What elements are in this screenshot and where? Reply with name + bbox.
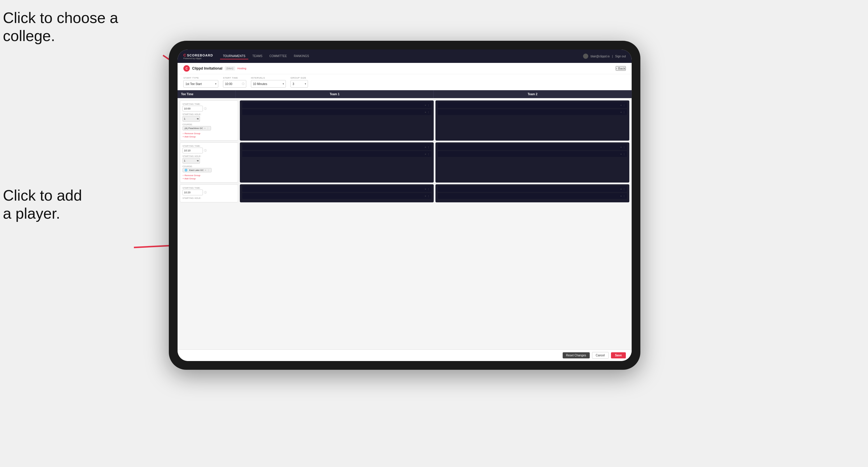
slot-x-btn[interactable]: × [425, 146, 426, 149]
starting-time-label-1: STARTING TIME: [183, 103, 236, 105]
nav-rankings[interactable]: RANKINGS [291, 53, 312, 59]
course-remove-1[interactable]: × [204, 127, 206, 130]
starting-time-input-1[interactable] [183, 106, 203, 112]
player-slot[interactable]: × ⋮ [438, 151, 627, 157]
player-slot[interactable]: × ⋮ [438, 102, 627, 108]
slot-menu-btn[interactable]: ⋮ [427, 146, 430, 149]
course-tag-2[interactable]: 🌐 East Lake GC × ⋮ [183, 168, 212, 173]
course-row-1: (A) Peachtree GC × ⋮ [183, 126, 236, 130]
slot-x-btn[interactable]: × [425, 195, 426, 197]
tournament-title: C Clippd Invitational (Men) Hosting [183, 65, 246, 72]
slot-controls: × ⋮ [620, 188, 625, 190]
group-left-2: STARTING TIME: ⓘ STARTING HOLE: 1 ▾ [180, 143, 238, 183]
player-slot[interactable]: × ⋮ [242, 102, 431, 108]
slot-menu-btn[interactable]: ⋮ [623, 104, 625, 106]
starting-hole-row-2: 1 ▾ [183, 158, 236, 164]
cancel-button[interactable]: Cancel [592, 352, 609, 359]
course-edit-1[interactable]: ⋮ [207, 127, 209, 130]
action-links-2: ○ Remove Group + Add Group [183, 174, 236, 180]
player-slot[interactable]: × ⋮ [242, 151, 431, 157]
player-slot[interactable]: × ⋮ [242, 193, 431, 199]
start-time-wrapper: ⓘ [223, 80, 246, 88]
slot-x-btn[interactable]: × [620, 153, 622, 155]
slot-x-btn[interactable]: × [425, 153, 426, 155]
player-slot[interactable]: × ⋮ [438, 193, 627, 199]
tablet-frame: C SCOREBOARD Powered by clippd TOURNAMEN… [169, 41, 640, 370]
player-slot[interactable]: × ⋮ [438, 144, 627, 150]
add-group-link-2[interactable]: + Add Group [183, 177, 236, 180]
team1-group-1: × ⋮ × ⋮ [240, 100, 434, 141]
slot-menu-btn[interactable]: ⋮ [427, 188, 430, 190]
intervals-group: Intervals 10 Minutes [251, 76, 286, 88]
slot-controls: × ⋮ [620, 153, 625, 155]
course-label-1: COURSE: [183, 123, 236, 125]
back-button[interactable]: ‹ Back [616, 66, 626, 71]
col-tee-time: Tee Time [178, 90, 236, 98]
add-group-link-1[interactable]: + Add Group [183, 135, 236, 138]
time-info-icon-1: ⓘ [204, 107, 207, 111]
nav-bar: C SCOREBOARD Powered by clippd TOURNAMEN… [178, 50, 632, 63]
player-slot[interactable]: × ⋮ [438, 109, 627, 115]
slot-menu-btn[interactable]: ⋮ [623, 188, 625, 190]
course-remove-2[interactable]: × [205, 169, 206, 172]
intervals-select[interactable]: 10 Minutes [251, 80, 286, 88]
slot-x-btn[interactable]: × [620, 188, 622, 190]
slot-x-btn[interactable]: × [425, 111, 426, 114]
rows-container[interactable]: STARTING TIME: ⓘ STARTING HOLE: 1 ▾ [178, 98, 632, 349]
group-size-group: Group Size 3 [290, 76, 308, 88]
nav-tournaments[interactable]: TOURNAMENTS [220, 53, 248, 59]
slot-x-btn[interactable]: × [425, 188, 426, 190]
start-type-select[interactable]: 1st Tee Start [183, 80, 218, 88]
slot-controls: × ⋮ [425, 146, 430, 149]
slot-menu-btn[interactable]: ⋮ [427, 104, 430, 106]
player-slot[interactable]: × ⋮ [242, 186, 431, 192]
time-info-icon-3: ⓘ [204, 191, 207, 194]
slot-menu-btn[interactable]: ⋮ [427, 195, 430, 197]
slot-menu-btn[interactable]: ⋮ [623, 195, 625, 197]
slot-controls: × ⋮ [620, 195, 625, 197]
start-type-label: Start Type [183, 76, 218, 79]
starting-time-label-2: STARTING TIME: [183, 145, 236, 147]
nav-divider: | [612, 55, 613, 58]
time-info-icon-2: ⓘ [204, 149, 207, 153]
slot-x-btn[interactable]: × [620, 104, 622, 106]
remove-group-link-2[interactable]: ○ Remove Group [183, 174, 236, 177]
slot-controls: × ⋮ [425, 188, 430, 190]
nav-logo: C SCOREBOARD Powered by clippd [183, 53, 213, 59]
starting-time-input-2[interactable] [183, 148, 203, 153]
course-edit-2[interactable]: ⋮ [207, 169, 210, 172]
slot-x-btn[interactable]: × [620, 146, 622, 149]
slot-x-btn[interactable]: × [620, 195, 622, 197]
save-button[interactable]: Save [611, 352, 626, 359]
player-slot[interactable]: × ⋮ [242, 109, 431, 115]
annotation-add-player: Click to add a player. [3, 186, 82, 223]
remove-group-link-1[interactable]: ○ Remove Group [183, 132, 236, 135]
reset-changes-button[interactable]: Reset Changes [563, 352, 590, 359]
nav-committee[interactable]: COMMITTEE [266, 53, 290, 59]
col-team2: Team 2 [434, 90, 632, 98]
hole-select-1[interactable]: 1 [183, 116, 200, 122]
player-slot[interactable]: × ⋮ [438, 186, 627, 192]
controls-bar: Start Type 1st Tee Start Start Time ⓘ In… [178, 74, 632, 90]
slot-menu-btn[interactable]: ⋮ [623, 111, 625, 114]
player-slot[interactable]: × ⋮ [242, 144, 431, 150]
slot-menu-btn[interactable]: ⋮ [427, 153, 430, 155]
group-size-select[interactable]: 3 [290, 80, 308, 88]
slot-menu-btn[interactable]: ⋮ [623, 146, 625, 149]
table-row: STARTING TIME: ⓘ STARTING HOLE: × ⋮ [180, 184, 629, 203]
starting-hole-row-1: 1 ▾ [183, 116, 236, 122]
nav-teams[interactable]: TEAMS [249, 53, 265, 59]
slot-x-btn[interactable]: × [620, 111, 622, 114]
course-tag-1[interactable]: (A) Peachtree GC × ⋮ [183, 126, 211, 130]
hole-select-wrapper-2: 1 ▾ [183, 158, 200, 164]
info-icon: ⓘ [242, 82, 245, 86]
starting-time-input-3[interactable] [183, 190, 203, 195]
slot-menu-btn[interactable]: ⋮ [427, 111, 430, 114]
footer-bar: Reset Changes Cancel Save [178, 349, 632, 361]
slot-menu-btn[interactable]: ⋮ [623, 153, 625, 155]
slot-x-btn[interactable]: × [425, 104, 426, 106]
nav-avatar [583, 54, 588, 59]
sign-out-link[interactable]: Sign out [615, 55, 626, 58]
group-left-1: STARTING TIME: ⓘ STARTING HOLE: 1 ▾ [180, 100, 238, 141]
hole-select-2[interactable]: 1 [183, 158, 200, 164]
